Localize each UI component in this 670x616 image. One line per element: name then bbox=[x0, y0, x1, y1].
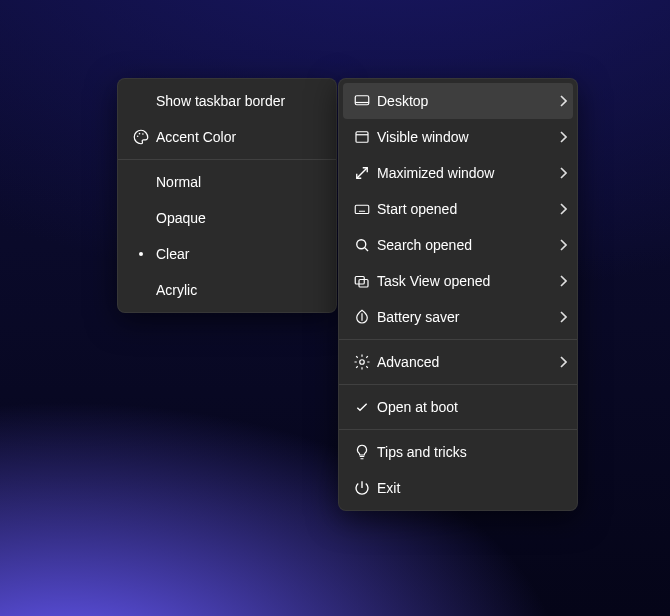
svg-point-0 bbox=[137, 135, 139, 137]
menu-item-label: Start opened bbox=[377, 201, 551, 217]
taskview-icon bbox=[347, 272, 377, 290]
gear-icon bbox=[347, 353, 377, 371]
window-icon bbox=[347, 128, 377, 146]
menu-item-acrylic[interactable]: Acrylic bbox=[118, 272, 336, 308]
svg-rect-3 bbox=[355, 96, 369, 105]
bulb-icon bbox=[347, 443, 377, 461]
chevron-right-icon bbox=[551, 203, 567, 215]
menu-item-maximized-window[interactable]: Maximized window bbox=[339, 155, 577, 191]
svg-point-2 bbox=[142, 133, 144, 135]
menu-item-label: Open at boot bbox=[377, 399, 567, 415]
menu-item-open-at-boot[interactable]: Open at boot bbox=[339, 389, 577, 425]
svg-rect-5 bbox=[355, 205, 369, 213]
menu-item-task-view-opened[interactable]: Task View opened bbox=[339, 263, 577, 299]
menu-separator bbox=[339, 339, 577, 340]
svg-point-1 bbox=[139, 133, 141, 135]
menu-item-label: Tips and tricks bbox=[377, 444, 567, 460]
svg-point-6 bbox=[357, 240, 366, 249]
chevron-right-icon bbox=[551, 167, 567, 179]
menu-item-visible-window[interactable]: Visible window bbox=[339, 119, 577, 155]
menu-separator bbox=[118, 159, 336, 160]
context-menu-right: Desktop Visible window Maximized window bbox=[338, 78, 578, 511]
menu-item-label: Maximized window bbox=[377, 165, 551, 181]
menu-item-label: Desktop bbox=[377, 93, 551, 109]
menu-item-tips-and-tricks[interactable]: Tips and tricks bbox=[339, 434, 577, 470]
check-icon bbox=[347, 399, 377, 415]
menu-item-desktop[interactable]: Desktop bbox=[343, 83, 573, 119]
menu-item-start-opened[interactable]: Start opened bbox=[339, 191, 577, 227]
context-menu-left: Show taskbar border Accent Color Normal … bbox=[117, 78, 337, 313]
menu-item-label: Accent Color bbox=[156, 129, 326, 145]
menu-item-label: Acrylic bbox=[156, 282, 326, 298]
search-icon bbox=[347, 236, 377, 254]
svg-rect-7 bbox=[355, 277, 364, 285]
chevron-right-icon bbox=[551, 95, 567, 107]
maximize-icon bbox=[347, 164, 377, 182]
menu-item-label: Show taskbar border bbox=[156, 93, 326, 109]
svg-point-9 bbox=[360, 360, 365, 365]
menu-item-label: Task View opened bbox=[377, 273, 551, 289]
chevron-right-icon bbox=[551, 311, 567, 323]
menu-item-label: Exit bbox=[377, 480, 567, 496]
menu-item-opaque[interactable]: Opaque bbox=[118, 200, 336, 236]
menu-item-label: Clear bbox=[156, 246, 326, 262]
menu-item-search-opened[interactable]: Search opened bbox=[339, 227, 577, 263]
menu-item-show-taskbar-border[interactable]: Show taskbar border bbox=[118, 83, 336, 119]
svg-rect-8 bbox=[359, 280, 368, 288]
menu-item-battery-saver[interactable]: Battery saver bbox=[339, 299, 577, 335]
menu-item-label: Search opened bbox=[377, 237, 551, 253]
menu-item-accent-color[interactable]: Accent Color bbox=[118, 119, 336, 155]
bullet-icon bbox=[126, 252, 156, 256]
chevron-right-icon bbox=[551, 275, 567, 287]
menu-item-label: Visible window bbox=[377, 129, 551, 145]
menu-item-exit[interactable]: Exit bbox=[339, 470, 577, 506]
desktop-icon bbox=[347, 92, 377, 110]
palette-icon bbox=[126, 128, 156, 146]
menu-separator bbox=[339, 429, 577, 430]
chevron-right-icon bbox=[551, 131, 567, 143]
menu-item-label: Opaque bbox=[156, 210, 326, 226]
svg-rect-4 bbox=[356, 132, 368, 143]
menu-separator bbox=[339, 384, 577, 385]
menu-item-clear[interactable]: Clear bbox=[118, 236, 336, 272]
menu-item-advanced[interactable]: Advanced bbox=[339, 344, 577, 380]
menu-item-label: Battery saver bbox=[377, 309, 551, 325]
leaf-icon bbox=[347, 308, 377, 326]
menu-item-label: Advanced bbox=[377, 354, 551, 370]
menu-item-label: Normal bbox=[156, 174, 326, 190]
chevron-right-icon bbox=[551, 239, 567, 251]
chevron-right-icon bbox=[551, 356, 567, 368]
power-icon bbox=[347, 479, 377, 497]
menu-item-normal[interactable]: Normal bbox=[118, 164, 336, 200]
keyboard-icon bbox=[347, 200, 377, 218]
